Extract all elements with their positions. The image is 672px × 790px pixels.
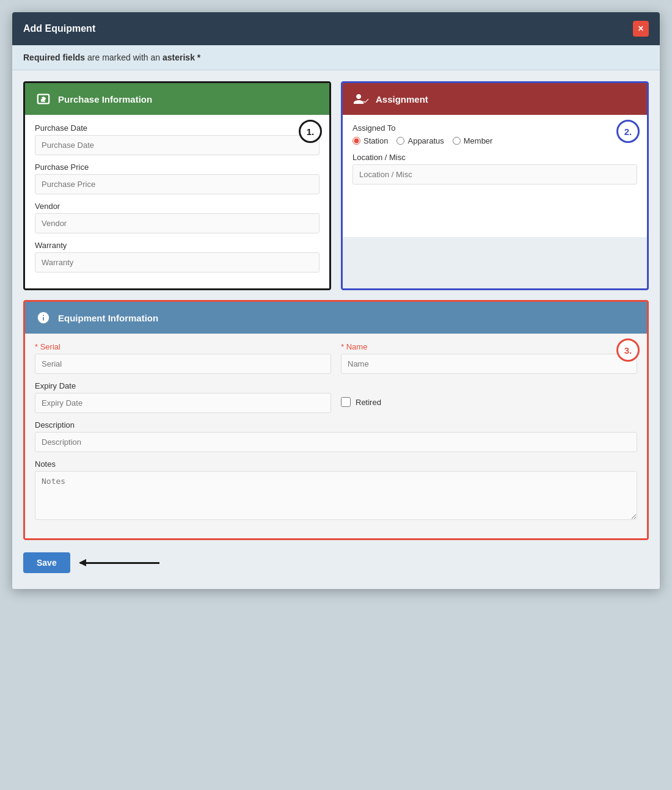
radio-apparatus-label: Apparatus xyxy=(407,136,444,145)
purchase-date-group: Purchase Date xyxy=(35,123,320,155)
assigned-to-group: Assigned To Station Apparatus xyxy=(352,123,637,145)
required-notice: Required fields are marked with an aster… xyxy=(12,45,660,70)
purchase-info-header: Purchase Information xyxy=(25,83,329,115)
expiry-date-group: Expiry Date xyxy=(35,381,331,413)
notes-textarea[interactable] xyxy=(35,471,637,520)
assignment-card: Assignment 2. Assigned To Station xyxy=(341,81,649,290)
retired-checkbox[interactable] xyxy=(341,397,351,407)
name-input[interactable] xyxy=(341,354,637,374)
step-badge-1: 1. xyxy=(299,120,322,143)
step-badge-2: 2. xyxy=(616,120,640,143)
warranty-label: Warranty xyxy=(35,241,320,250)
save-row: Save xyxy=(23,550,649,578)
serial-label: * Serial xyxy=(35,342,331,351)
warranty-group: Warranty xyxy=(35,241,320,272)
radio-station-input[interactable] xyxy=(352,137,360,145)
name-group: * Name xyxy=(341,342,637,374)
expiry-date-label: Expiry Date xyxy=(35,381,331,390)
dollar-icon xyxy=(35,90,52,108)
modal-header: Add Equipment × xyxy=(12,12,660,45)
purchase-price-group: Purchase Price xyxy=(35,163,320,194)
location-group: Location / Misc xyxy=(352,153,637,185)
retired-group: Retired xyxy=(341,381,637,413)
purchase-info-card: Purchase Information 1. Purchase Date Pu… xyxy=(23,81,331,290)
close-button[interactable]: × xyxy=(633,21,649,37)
add-equipment-modal: Add Equipment × Required fields are mark… xyxy=(12,12,660,589)
expiry-retired-row: Expiry Date Retired xyxy=(35,381,637,420)
vendor-label: Vendor xyxy=(35,202,320,211)
required-asterisk: asterisk * xyxy=(163,53,200,62)
retired-checkbox-group: Retired xyxy=(341,397,637,407)
purchase-price-input[interactable] xyxy=(35,174,320,194)
assigned-to-label: Assigned To xyxy=(352,123,637,133)
location-input[interactable] xyxy=(352,164,637,185)
info-icon xyxy=(35,309,52,326)
notes-group: Notes xyxy=(35,459,637,522)
equipment-info-body: 3. * Serial * Name Expiry Date xyxy=(25,334,647,538)
radio-member-label: Member xyxy=(464,136,493,145)
vendor-input[interactable] xyxy=(35,213,320,233)
retired-label: Retired xyxy=(356,398,381,407)
radio-group: Station Apparatus Member xyxy=(352,136,637,145)
assignment-body: 2. Assigned To Station Apparatus xyxy=(343,115,647,237)
purchase-date-input[interactable] xyxy=(35,135,320,155)
required-bold: Required fields xyxy=(23,53,85,62)
arrow-indicator xyxy=(80,562,159,564)
modal-body: Purchase Information 1. Purchase Date Pu… xyxy=(12,70,660,589)
name-label: * Name xyxy=(341,342,637,351)
expiry-date-input[interactable] xyxy=(35,393,331,413)
radio-member[interactable]: Member xyxy=(453,136,493,145)
modal-title: Add Equipment xyxy=(23,23,95,34)
location-label: Location / Misc xyxy=(352,153,637,162)
notes-label: Notes xyxy=(35,459,637,469)
step-badge-3: 3. xyxy=(616,338,640,362)
description-input[interactable] xyxy=(35,432,637,452)
radio-apparatus-input[interactable] xyxy=(396,137,404,145)
serial-group: * Serial xyxy=(35,342,331,374)
description-label: Description xyxy=(35,420,637,430)
purchase-info-body: 1. Purchase Date Purchase Price Vendor xyxy=(25,115,329,288)
serial-name-row: * Serial * Name xyxy=(35,342,637,381)
save-button[interactable]: Save xyxy=(23,552,70,573)
purchase-price-label: Purchase Price xyxy=(35,163,320,172)
assignment-title: Assignment xyxy=(376,94,428,104)
equipment-info-header: Equipment Information xyxy=(25,302,647,334)
serial-input[interactable] xyxy=(35,354,331,374)
radio-member-input[interactable] xyxy=(453,137,461,145)
warranty-input[interactable] xyxy=(35,252,320,272)
required-text-middle: are marked with an xyxy=(85,53,163,62)
purchase-date-label: Purchase Date xyxy=(35,123,320,133)
assignment-header: Assignment xyxy=(343,83,647,115)
equipment-info-title: Equipment Information xyxy=(58,313,158,323)
equipment-info-card: Equipment Information 3. * Serial * Name xyxy=(23,300,649,540)
vendor-group: Vendor xyxy=(35,202,320,233)
top-row: Purchase Information 1. Purchase Date Pu… xyxy=(23,81,649,290)
purchase-info-title: Purchase Information xyxy=(58,94,152,104)
radio-station-label: Station xyxy=(363,136,388,145)
radio-apparatus[interactable]: Apparatus xyxy=(396,136,444,145)
person-icon xyxy=(352,90,370,108)
description-group: Description xyxy=(35,420,637,452)
radio-station[interactable]: Station xyxy=(352,136,388,145)
